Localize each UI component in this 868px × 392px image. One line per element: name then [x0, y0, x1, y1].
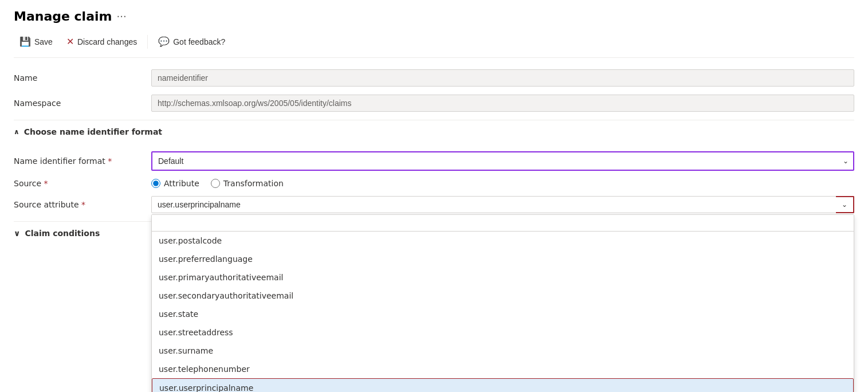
name-identifier-format-row: Name identifier format * Default Email a…: [14, 151, 854, 171]
source-attribute-dropdown-list: user.postalcode user.preferredlanguage u…: [151, 214, 854, 392]
list-item[interactable]: user.primaryauthoritativeemail: [152, 268, 854, 287]
list-item[interactable]: user.surname: [152, 342, 854, 360]
list-item[interactable]: user.telephonenumber: [152, 360, 854, 378]
name-identifier-format-select[interactable]: Default Email address Persistent Transie…: [151, 151, 854, 171]
attribute-radio-input[interactable]: [151, 179, 160, 188]
discard-icon: ✕: [66, 36, 74, 47]
save-button[interactable]: 💾 Save: [14, 33, 58, 50]
list-item[interactable]: user.preferredlanguage: [152, 250, 854, 268]
claim-conditions-label: Claim conditions: [25, 229, 100, 238]
feedback-label: Got feedback?: [173, 37, 225, 46]
feedback-icon: 💬: [158, 36, 170, 47]
toolbar: 💾 Save ✕ Discard changes 💬 Got feedback?: [14, 33, 854, 58]
source-row: Source * Attribute Transformation: [14, 179, 854, 188]
discard-button[interactable]: ✕ Discard changes: [61, 33, 143, 50]
name-row: Name: [14, 69, 854, 87]
transformation-radio-input[interactable]: [211, 179, 220, 188]
name-identifier-format-label: Name identifier format *: [14, 156, 151, 166]
chevron-down-icon-conditions: ∨: [14, 229, 20, 238]
section-header-label: Choose name identifier format: [24, 127, 162, 136]
list-item[interactable]: user.streetaddress: [152, 323, 854, 342]
attribute-radio-label: Attribute: [164, 179, 199, 188]
manage-claim-page: Manage claim ··· 💾 Save ✕ Discard change…: [0, 0, 868, 392]
source-label: Source *: [14, 179, 151, 188]
list-item[interactable]: user.secondaryauthoritativeemail: [152, 287, 854, 305]
source-attribute-row: Source attribute * ⌄ user.postalcode use…: [14, 196, 854, 213]
source-attr-required-mark: *: [81, 200, 85, 209]
save-label: Save: [34, 37, 53, 46]
title-row: Manage claim ···: [14, 9, 854, 23]
name-identifier-format-dropdown-wrapper: Default Email address Persistent Transie…: [151, 151, 854, 171]
list-item-selected[interactable]: user.userprincipalname: [152, 378, 854, 392]
name-label: Name: [14, 73, 151, 83]
source-required-mark: *: [44, 179, 48, 188]
name-input[interactable]: [151, 69, 854, 87]
source-radio-group: Attribute Transformation: [151, 179, 854, 188]
source-attribute-dropdown-button[interactable]: ⌄: [836, 196, 854, 213]
page-title: Manage claim: [14, 9, 112, 23]
list-item[interactable]: user.postalcode: [152, 232, 854, 250]
namespace-label: Namespace: [14, 99, 151, 108]
attribute-radio-item[interactable]: Attribute: [151, 179, 199, 188]
transformation-radio-label: Transformation: [223, 179, 284, 188]
source-attribute-wrapper: ⌄ user.postalcode user.preferredlanguage…: [151, 196, 854, 213]
dropdown-search-input[interactable]: [152, 215, 854, 232]
dropdown-list: user.postalcode user.preferredlanguage u…: [152, 232, 854, 392]
name-identifier-section-header[interactable]: ∧ Choose name identifier format: [14, 120, 854, 143]
transformation-radio-item[interactable]: Transformation: [211, 179, 284, 188]
more-options-icon[interactable]: ···: [116, 10, 126, 22]
save-icon: 💾: [19, 36, 31, 47]
namespace-row: Namespace: [14, 95, 854, 112]
discard-label: Discard changes: [77, 37, 137, 46]
toolbar-divider: [147, 35, 148, 49]
feedback-button[interactable]: 💬 Got feedback?: [152, 33, 231, 50]
chevron-up-icon: ∧: [14, 128, 19, 136]
namespace-input[interactable]: [151, 95, 854, 112]
source-attribute-input[interactable]: [151, 196, 854, 213]
chevron-down-icon: ⌄: [842, 201, 847, 209]
source-attribute-label: Source attribute *: [14, 200, 151, 209]
required-mark: *: [108, 156, 112, 166]
list-item[interactable]: user.state: [152, 305, 854, 323]
